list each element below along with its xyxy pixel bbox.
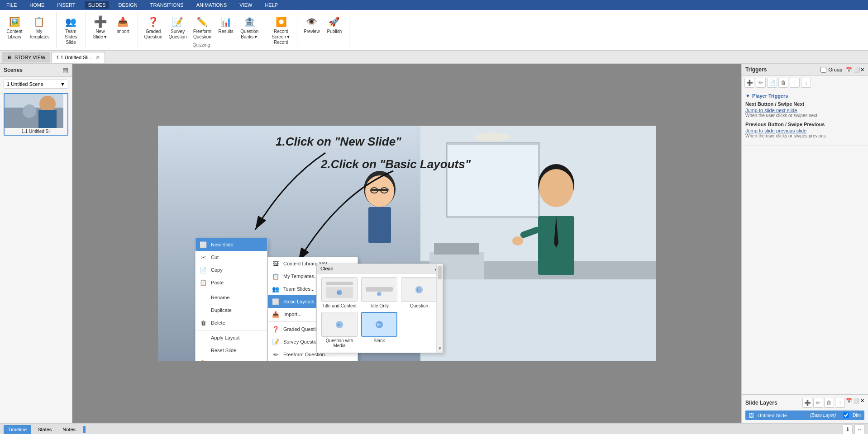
menu-transitions[interactable]: TRANSITIONS [148, 1, 186, 9]
freeform-question-button[interactable]: ✏️ FreeformQuestion [191, 13, 215, 42]
menu-file[interactable]: FILE [4, 1, 19, 9]
delete-trigger-btn[interactable]: 🗑 [778, 78, 788, 88]
layout-question[interactable]: Question [401, 277, 437, 308]
layout-title-content[interactable]: Title and Content [321, 277, 358, 308]
add-trigger-btn[interactable]: ➕ [744, 78, 754, 88]
svg-rect-8 [448, 144, 538, 216]
timeline-indicator [83, 426, 86, 433]
next-button-trigger: Next Button / Swipe Next Jump to slide n… [745, 101, 864, 118]
ctx-duplicate[interactable]: Duplicate [196, 304, 267, 316]
layout-picker-scrollbar-thumb[interactable] [438, 266, 442, 279]
prev-button-action[interactable]: Jump to slide previous slide [745, 128, 864, 133]
scene-select-dropdown[interactable]: 1 Untitled Scene ▼ [4, 80, 68, 89]
edit-trigger-btn[interactable]: ✏ [756, 78, 766, 88]
scene-select-arrow: ▼ [60, 81, 65, 87]
notes-tab[interactable]: Notes [58, 425, 80, 434]
layout-blank-svg [362, 313, 396, 336]
ctx-sep1 [196, 290, 267, 290]
question-banks-button[interactable]: 🏦 QuestionBanks▼ [238, 13, 261, 42]
team-button[interactable]: 👥 TeamSlidesSlide [60, 13, 82, 47]
triggers-expand-icon[interactable]: ⬜ [854, 67, 860, 73]
triggers-panel: Triggers Group 📅 ⬜ ✕ ➕ ✏ 📄 🗑 ↑ ↓ ▼ Playe… [741, 64, 868, 423]
layout-picker-scrollbar[interactable]: ▼ [436, 264, 443, 353]
menu-home[interactable]: HOME [27, 1, 47, 9]
tl-fit[interactable]: ↔ [854, 425, 864, 434]
layout-question-media-thumb [321, 312, 358, 337]
record-screen-button[interactable]: ⏺️ RecordScreen▼Record [269, 13, 293, 47]
move-up-trigger-btn[interactable]: ↑ [790, 78, 800, 88]
new-slide-button[interactable]: ➕ NewSlide▼ [90, 13, 111, 42]
delete-layer-btn[interactable]: 🗑 [824, 398, 834, 408]
scroll-down-btn[interactable]: ▼ [438, 346, 442, 351]
import-button[interactable]: 📥 Import [112, 13, 134, 36]
new-slide-label: NewSlide▼ [93, 29, 108, 40]
slide-layer-checkbox[interactable] [843, 412, 849, 418]
triggers-calendar-icon[interactable]: 📅 [846, 67, 852, 73]
graded-question-button[interactable]: ❓ GradedQuestion [142, 13, 165, 42]
my-templates-button[interactable]: 📋 MyTemplates [26, 13, 52, 42]
layout-title-only[interactable]: Title Only [361, 277, 397, 308]
sl-expand-icon[interactable]: ⬜ [853, 398, 859, 408]
edit-layer-btn[interactable]: ✏ [813, 398, 823, 408]
layout-blank-label: Blank [373, 338, 385, 343]
player-triggers-header[interactable]: ▼ Player Triggers [745, 93, 864, 99]
next-button-action[interactable]: Jump to slide next slide [745, 108, 864, 113]
menu-design[interactable]: DESIGN [116, 1, 140, 9]
layout-thumb-svg [362, 278, 396, 302]
add-layer-btn[interactable]: ➕ [802, 398, 812, 408]
quizzing-group-label: Quizzing [192, 42, 210, 47]
slide-tab-close[interactable]: ✕ [95, 54, 100, 61]
sl-calendar-icon[interactable]: 📅 [846, 398, 852, 408]
triggers-title: Triggers [745, 66, 767, 73]
ribbon: 🖼️ ContentLibrary 📋 MyTemplates 👥 TeamSl… [0, 10, 868, 51]
scenes-header: Scenes ▤ [0, 64, 72, 77]
states-tab[interactable]: States [33, 425, 56, 434]
ctx-copy[interactable]: 📄 Copy [196, 264, 267, 276]
svg-rect-14 [434, 243, 479, 255]
slide-tab-label: 1.1 Untitled Sli... [56, 55, 92, 60]
story-view-tab[interactable]: 🖥 STORY VIEW [2, 52, 50, 62]
ctx-apply-layout[interactable]: Apply Layout [196, 331, 267, 344]
results-button[interactable]: 📊 Results [215, 13, 237, 36]
slide-tab[interactable]: 1.1 Untitled Sli... ✕ [51, 52, 105, 63]
copy-trigger-btn[interactable]: 📄 [767, 78, 777, 88]
scene-thumbnail-1[interactable]: 1.1 Untitled Sli [4, 93, 68, 136]
ctx-new-slide[interactable]: ⬜ New Slide [196, 238, 267, 251]
timeline-tab[interactable]: Timeline [4, 425, 31, 434]
svg-rect-17 [371, 189, 389, 191]
triggers-close-icon[interactable]: ✕ [860, 67, 864, 73]
slide-layer-row: 🖼 Untitled Slide (Base Layer) Dim [745, 410, 864, 420]
menu-view[interactable]: VIEW [237, 1, 255, 9]
publish-button[interactable]: 🚀 Publish [324, 13, 345, 36]
next-button-condition: When the user clicks or swipes next [745, 113, 864, 118]
ctx-delete-label: Delete [211, 320, 225, 326]
svg-rect-31 [326, 282, 353, 285]
ctx-copy-icon: 📄 [199, 266, 207, 274]
ctx-delete[interactable]: 🗑 Delete [196, 316, 267, 329]
sl-close-icon[interactable]: ✕ [860, 398, 864, 408]
move-up-layer-btn[interactable]: ↑ [835, 398, 845, 408]
layout-question-media[interactable]: Question withMedia [321, 312, 358, 348]
ctx-reset-slide[interactable]: Reset Slide [196, 344, 267, 357]
move-down-trigger-btn[interactable]: ↓ [801, 78, 811, 88]
menu-animations[interactable]: ANIMATIONS [194, 1, 230, 9]
sub-basic-layouts-icon: ⬜ [272, 297, 280, 306]
ctx-paste[interactable]: 📋 Paste [196, 276, 267, 289]
ctx-new-slide-label: New Slide [211, 242, 234, 247]
ctx-rename[interactable]: Rename [196, 291, 267, 304]
tl-scroll-left[interactable]: ⬇ [843, 425, 853, 434]
ctx-format-background[interactable]: 🎨 Format Background [196, 357, 267, 361]
ctx-cut[interactable]: ✂ Cut [196, 251, 267, 264]
menu-slides[interactable]: SLIDES [85, 1, 108, 9]
preview-button[interactable]: 👁️ Preview [301, 13, 323, 36]
scenes-collapse-btn[interactable]: ▤ [62, 66, 68, 74]
triggers-toolbar: ➕ ✏ 📄 🗑 ↑ ↓ [742, 76, 868, 90]
content-library-button[interactable]: 🖼️ ContentLibrary [4, 13, 25, 42]
group-checkbox[interactable] [820, 67, 826, 73]
layout-blank[interactable]: Blank [361, 312, 397, 348]
slide-layers-header: Slide Layers ➕ ✏ 🗑 ↑ 📅 ⬜ ✕ [745, 398, 864, 408]
survey-question-button[interactable]: 📝 SurveyQuestion [166, 13, 190, 42]
menu-insert[interactable]: INSERT [54, 1, 78, 9]
svg-point-3 [39, 96, 56, 112]
menu-help[interactable]: HELP [262, 1, 281, 9]
